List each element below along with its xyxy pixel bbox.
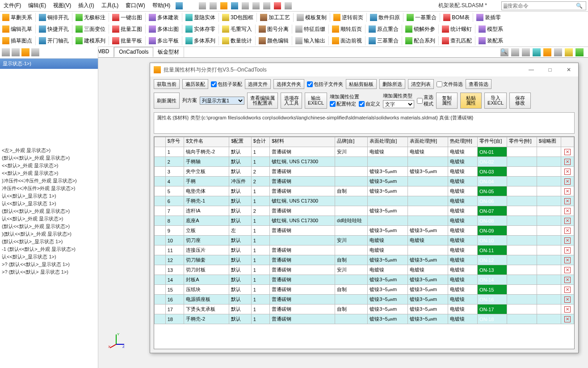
ribbon-r1-8[interactable]: 模板复制 <box>295 13 328 22</box>
attribute-table-wrap[interactable]: $序号$文件名$配置$合计$材料品牌[自]表面处理[自]表面处理[特]热处理[特… <box>154 136 575 349</box>
menu-edit[interactable]: 编辑(E) <box>26 1 48 10</box>
cell[interactable]: 连杆IA <box>184 206 229 216</box>
pin-icon[interactable] <box>176 2 183 9</box>
cell[interactable]: 4 <box>165 177 184 186</box>
delete-row-icon[interactable]: ✕ <box>564 178 571 185</box>
cell[interactable]: ✕ <box>561 206 574 216</box>
cell[interactable]: 镀镍3~5㎛m <box>368 305 408 314</box>
cell[interactable]: ON-10 <box>478 236 507 245</box>
cell[interactable] <box>537 167 561 177</box>
select-file-button[interactable]: 选择文件 <box>245 79 271 89</box>
ribbon-r2-4[interactable]: 多体出图 <box>147 25 180 34</box>
cell[interactable]: 电镀镍 <box>448 295 477 305</box>
cell[interactable] <box>507 275 537 285</box>
ribbon-r1-0[interactable]: 草删关系 <box>1 13 34 22</box>
cell[interactable]: 手柄 <box>184 177 229 186</box>
tree-item[interactable]: -1 (默认<<默认>_外观 显示状态>) <box>1 245 97 253</box>
cell[interactable]: 普通碳钢 <box>270 305 335 314</box>
cell[interactable]: 1 <box>251 157 270 167</box>
open-icon[interactable] <box>220 2 227 9</box>
cell[interactable]: 1 <box>251 265 270 275</box>
cell[interactable]: ✕ <box>561 186 574 196</box>
cell[interactable] <box>335 245 368 255</box>
dialog-titlebar[interactable]: 批量属性材料与分类打包V3.5--OnCadTools — □ ✕ <box>150 63 578 76</box>
cell[interactable]: 切刀封板 <box>184 265 229 275</box>
cell[interactable]: 默认 <box>229 295 251 305</box>
menu-help[interactable]: 帮助(H) <box>151 1 172 10</box>
cell[interactable] <box>507 295 537 305</box>
zoom-fit-icon[interactable] <box>511 48 519 56</box>
ribbon-r1-10[interactable]: 散件归原 <box>369 13 401 22</box>
save-icon[interactable] <box>231 2 238 9</box>
delete-row-icon[interactable]: ✕ <box>564 188 571 195</box>
tree-item[interactable]: 认<<默认>_显示状态 1>) <box>1 253 97 261</box>
undo-icon[interactable] <box>252 2 260 9</box>
cell[interactable] <box>335 196 368 206</box>
table-row[interactable]: 17下烫头支承板默认1普通碳钢自制镀镍3~5㎛m镀镍3~5㎛m电镀镍ON-17✕ <box>155 305 574 314</box>
tree-item[interactable]: )冲压件<<冲压件_外观 显示状态>) <box>1 177 97 185</box>
cell[interactable]: 1 <box>251 255 270 265</box>
cell[interactable]: 镀镍3~5㎛m <box>368 177 408 186</box>
cell[interactable]: 手柄壳-1 <box>184 196 229 206</box>
ribbon-r2-12[interactable]: 统计螺钉 <box>441 25 473 34</box>
get-current-button[interactable]: 获取当前 <box>154 79 180 89</box>
delete-row-icon[interactable]: ✕ <box>564 277 571 283</box>
cell[interactable]: 普通碳钢 <box>270 275 335 285</box>
tree-item[interactable]: 认<<默认>_显示状态 1>) <box>1 200 97 207</box>
cell[interactable] <box>408 245 448 255</box>
tree-item[interactable]: (默认<<默认>_外观 显示状态>) <box>1 223 97 230</box>
cell[interactable] <box>507 265 537 275</box>
table-row[interactable]: 12切刀轴套默认1普通碳钢自制镀镍3~5㎛m镀镍3~5㎛m电镀镍ON-12✕ <box>155 255 574 265</box>
ribbon-r2-13[interactable]: 模型系 <box>477 25 504 34</box>
cell[interactable]: ON-14 <box>478 275 507 285</box>
search-input[interactable] <box>507 3 574 9</box>
cell[interactable]: 电镀镍 <box>448 285 477 295</box>
cell[interactable] <box>408 157 448 167</box>
cell[interactable]: 镀镍3~5㎛m <box>408 305 448 314</box>
cell[interactable] <box>155 245 166 255</box>
cell[interactable]: 普通碳钢 <box>270 147 335 157</box>
cell[interactable]: 电镀镍 <box>448 147 477 157</box>
cell[interactable]: 默认 <box>229 275 251 285</box>
cell[interactable] <box>368 157 408 167</box>
ribbon-r3-4[interactable]: 多出平板 <box>147 37 180 45</box>
tree-item[interactable]: 冲压件<<冲压件>外观 显示状态>) <box>1 185 97 192</box>
cell[interactable]: 电镀镍 <box>448 206 477 216</box>
cell[interactable]: 铍红铜, UNS C17300 <box>270 216 335 226</box>
col-header-1[interactable]: $序号 <box>165 137 184 147</box>
cell[interactable]: 15 <box>165 285 184 295</box>
home-icon[interactable] <box>199 2 206 9</box>
cell[interactable]: ON-17 <box>478 305 507 314</box>
cell[interactable] <box>507 196 537 206</box>
cell[interactable]: 默认 <box>229 265 251 275</box>
cell[interactable]: 1 <box>251 196 270 206</box>
delete-row-icon[interactable]: ✕ <box>564 237 571 244</box>
cell[interactable]: 电镀镍 <box>448 196 477 206</box>
cell[interactable] <box>537 236 561 245</box>
view-orient-icon[interactable] <box>522 48 530 56</box>
cell[interactable]: 镀镍3~5㎛m <box>368 275 408 285</box>
cell[interactable]: 镀镍3~5㎛m <box>368 285 408 295</box>
cell[interactable]: 电镀镍 <box>368 236 408 245</box>
cell[interactable] <box>155 186 166 196</box>
cell[interactable]: 1 <box>251 216 270 226</box>
cell[interactable]: 电镀镍 <box>368 265 408 275</box>
cell[interactable] <box>335 206 368 216</box>
cell[interactable]: ON-15 <box>478 285 507 295</box>
cell[interactable] <box>408 216 448 226</box>
cell[interactable] <box>408 196 448 206</box>
cell[interactable]: 连接压片 <box>184 245 229 255</box>
cell[interactable]: 普通碳钢 <box>270 167 335 177</box>
menu-file[interactable]: 文件(F) <box>2 1 23 10</box>
ribbon-r1-13[interactable]: 装插零 <box>475 13 502 22</box>
cell[interactable]: 下烫头支承板 <box>184 305 229 314</box>
scene-icon[interactable] <box>575 48 584 56</box>
config-icon[interactable] <box>12 48 20 56</box>
include-sub-folder-checkbox[interactable]: 包括子文件夹 <box>307 81 343 88</box>
ribbon-r2-9[interactable]: 顺转后页 <box>331 25 363 34</box>
cell[interactable]: 默认 <box>229 206 251 216</box>
col-header-7[interactable]: 表面处理[自] <box>368 137 408 147</box>
delete-row-icon[interactable]: ✕ <box>564 159 571 165</box>
cell[interactable] <box>155 265 166 275</box>
cell[interactable] <box>537 216 561 226</box>
